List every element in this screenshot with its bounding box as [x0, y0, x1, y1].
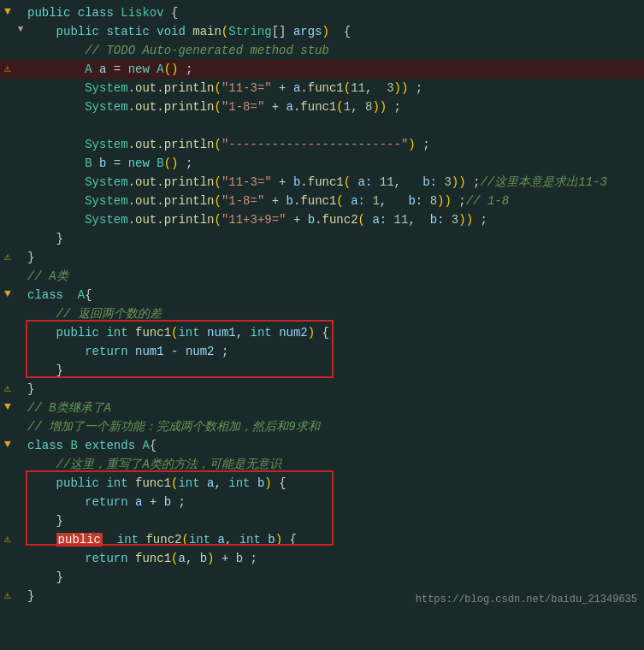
gutter-13	[0, 229, 15, 231]
code-22: // B类继承了A	[26, 399, 644, 417]
gutter-24: ▼	[0, 436, 15, 451]
fold-20	[15, 361, 26, 363]
gutter-31	[0, 568, 15, 570]
gutter-28	[0, 511, 15, 513]
code-9: B b = new B() ;	[26, 154, 644, 173]
gutter-30	[0, 549, 15, 551]
line-31: }	[0, 568, 644, 587]
gutter-2	[0, 22, 15, 24]
fold-25	[15, 455, 26, 457]
line-10: System.out.println("11-3=" + b.func1( a:…	[0, 173, 644, 192]
code-31: }	[26, 568, 644, 587]
code-6: System.out.println("1-8=" + a.func1(1, 8…	[26, 98, 644, 116]
code-1: public class Liskov {	[26, 3, 644, 22]
fold-15	[15, 267, 26, 269]
code-19: return num1 - num2 ;	[26, 342, 644, 361]
fold-2[interactable]: ▼	[15, 22, 26, 34]
gutter-3	[0, 41, 15, 43]
fold-9	[15, 154, 26, 156]
fold-22[interactable]	[15, 399, 26, 400]
fold-1[interactable]	[15, 3, 26, 5]
code-5: System.out.println("11-3=" + a.func1(11,…	[26, 79, 644, 98]
line-15: // A类	[0, 267, 644, 286]
line-24: ▼ class B extends A{	[0, 436, 644, 455]
gutter-9	[0, 154, 15, 156]
gutter-20	[0, 361, 15, 363]
code-editor: ▼ public class Liskov { ▼ public static …	[0, 0, 644, 609]
fold-27	[15, 493, 26, 494]
code-21: }	[26, 380, 644, 399]
code-24: class B extends A{	[26, 436, 644, 455]
gutter-1: ▼	[0, 3, 15, 18]
code-17: // 返回两个数的差	[26, 304, 644, 323]
gutter-14: ⚠	[0, 248, 15, 263]
code-2: public static void main(String[] args) {	[26, 22, 644, 41]
line-9: B b = new B() ;	[0, 154, 644, 173]
line-3: // TODO Auto-generated method stub	[0, 41, 644, 60]
line-27: return a + b ;	[0, 493, 644, 511]
line-6: System.out.println("1-8=" + a.func1(1, 8…	[0, 98, 644, 116]
gutter-26	[0, 474, 15, 476]
fold-16[interactable]	[15, 286, 26, 287]
code-4: A a = new A() ;	[26, 60, 644, 79]
line-28: }	[0, 511, 644, 530]
gutter-4: ⚠	[0, 60, 15, 75]
fold-12	[15, 210, 26, 212]
code-3: // TODO Auto-generated method stub	[26, 41, 644, 60]
fold-21	[15, 380, 26, 381]
line-29: ⚠ public int func2(int a, int b) {	[0, 530, 644, 549]
gutter-21: ⚠	[0, 380, 15, 395]
url-watermark: https://blog.csdn.net/baidu_21349635	[416, 594, 637, 606]
gutter-18	[0, 323, 15, 325]
code-7	[26, 116, 644, 135]
line-25: //这里，重写了A类的方法，可能是无意识	[0, 455, 644, 474]
code-20: }	[26, 361, 644, 380]
line-2: ▼ public static void main(String[] args)…	[0, 22, 644, 41]
code-26: public int func1(int a, int b) {	[26, 474, 644, 493]
gutter-8	[0, 135, 15, 137]
gutter-12	[0, 210, 15, 212]
fold-7	[15, 116, 26, 118]
line-8: System.out.println("--------------------…	[0, 135, 644, 154]
fold-6	[15, 98, 26, 99]
line-17: // 返回两个数的差	[0, 304, 644, 323]
line-16: ▼ class A{	[0, 286, 644, 304]
fold-30	[15, 549, 26, 551]
gutter-11	[0, 192, 15, 193]
code-13: }	[26, 229, 644, 248]
code-25: //这里，重写了A类的方法，可能是无意识	[26, 455, 644, 474]
line-14: ⚠ }	[0, 248, 644, 267]
gutter-17	[0, 304, 15, 306]
code-30: return func1(a, b) + b ;	[26, 549, 644, 568]
gutter-32: ⚠	[0, 587, 15, 602]
line-4: ⚠ A a = new A() ;	[0, 60, 644, 79]
fold-4	[15, 60, 26, 62]
line-18: public int func1(int num1, int num2) {	[0, 323, 644, 342]
line-30: return func1(a, b) + b ;	[0, 549, 644, 568]
fold-29	[15, 530, 26, 532]
fold-24[interactable]	[15, 436, 26, 438]
code-18: public int func1(int num1, int num2) {	[26, 323, 644, 342]
line-26: public int func1(int a, int b) {	[0, 474, 644, 493]
code-10: System.out.println("11-3=" + b.func1( a:…	[26, 173, 644, 192]
line-20: }	[0, 361, 644, 380]
line-13: }	[0, 229, 644, 248]
line-11: System.out.println("1-8=" + b.func1( a: …	[0, 192, 644, 210]
line-21: ⚠ }	[0, 380, 644, 399]
code-29: public int func2(int a, int b) {	[26, 530, 644, 549]
fold-17	[15, 304, 26, 306]
fold-23	[15, 417, 26, 419]
fold-31	[15, 568, 26, 570]
code-8: System.out.println("--------------------…	[26, 135, 644, 154]
gutter-7	[0, 116, 15, 118]
line-7	[0, 116, 644, 135]
gutter-15	[0, 267, 15, 269]
code-15: // A类	[26, 267, 644, 286]
fold-8	[15, 135, 26, 137]
code-28: }	[26, 511, 644, 530]
line-1: ▼ public class Liskov {	[0, 3, 644, 22]
fold-18	[15, 323, 26, 325]
code-23: // 增加了一个新功能：完成两个数相加，然后和9求和	[26, 417, 644, 436]
code-16: class A{	[26, 286, 644, 304]
fold-19	[15, 342, 26, 344]
